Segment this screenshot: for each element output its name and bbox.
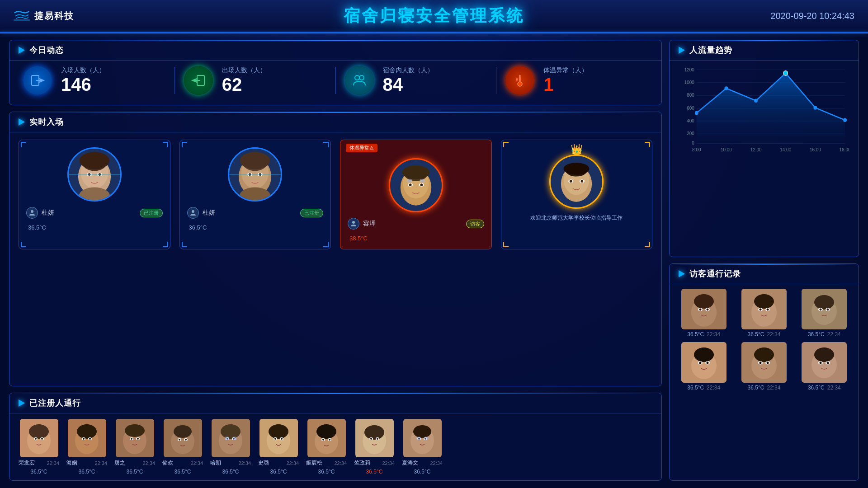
svg-point-163 (694, 347, 714, 362)
visitor-card-1: 36.5°C 22:34 (676, 289, 731, 338)
svg-text:12:00: 12:00 (750, 147, 762, 152)
visitor-avatar-1 (681, 289, 726, 329)
reg-name-2: 海娴 (66, 459, 77, 467)
visitor-info-6: 36.5°C 22:34 (808, 385, 841, 391)
svg-point-130 (754, 99, 758, 103)
today-stats-panel: 今日动态 入场人数（人） 146 (9, 40, 662, 105)
realtime-entry-panel: 实时入场 (9, 112, 662, 386)
visitor-time-4: 22:34 (707, 385, 720, 391)
visitor-info-5: 36.5°C 22:34 (748, 385, 781, 391)
reg-avatar-2 (68, 419, 106, 457)
svg-rect-112 (425, 437, 428, 440)
reg-person-7: 姬宸松 22:34 36.5°C (306, 419, 347, 475)
traffic-arrow-icon (679, 47, 685, 54)
svg-point-153 (766, 309, 769, 311)
logo: 捷易科技 (14, 9, 74, 22)
svg-text:10:00: 10:00 (721, 147, 732, 152)
entry-card-1[interactable]: 杜妍 已注册 36.5°C (19, 140, 170, 249)
svg-point-20 (240, 152, 270, 169)
visitor-card-3: 36.5°C 22:34 (797, 289, 852, 338)
reg-name-7: 姬宸松 (306, 459, 322, 467)
reg-name-3: 唐之 (114, 459, 125, 467)
svg-point-55 (77, 424, 97, 439)
svg-point-73 (185, 439, 187, 441)
reg-time-8: 22:34 (382, 460, 395, 466)
visitor-avatar-5 (741, 342, 787, 383)
visitor-temp-3: 36.5°C (808, 331, 825, 338)
svg-text:8:00: 8:00 (692, 147, 701, 152)
reg-person-4: 储欢 22:34 36.5°C (162, 419, 203, 475)
svg-point-52 (41, 438, 43, 440)
svg-text:800: 800 (687, 93, 694, 98)
reg-time-5: 22:34 (238, 460, 251, 466)
today-stats-header: 今日动态 (9, 40, 661, 61)
svg-point-133 (843, 118, 847, 122)
stats-row: 入场人数（人） 146 (9, 61, 661, 100)
reg-temp-7: 36.5°C (318, 469, 335, 475)
visitor-card-4: 36.5°C 22:34 (676, 342, 731, 391)
stat-item-entry: 入场人数（人） 146 (23, 66, 165, 95)
visitor-temp-2: 36.5°C (748, 331, 764, 338)
entry-card-4[interactable]: 👑 (501, 140, 653, 249)
indoor-label: 宿舍内人数（人） (383, 66, 434, 75)
today-stats-title: 今日动态 (29, 45, 64, 56)
entry-cards: 杜妍 已注册 36.5°C (9, 132, 661, 257)
svg-point-30 (402, 165, 429, 179)
visitor-card-6: 36.5°C 22:34 (797, 342, 852, 391)
visitor-avatar-2 (741, 289, 787, 329)
reg-name-8: 竺政莉 (354, 459, 370, 467)
visitor-title: 访客通行记录 (689, 268, 741, 279)
visitor-temp-6: 36.5°C (808, 385, 825, 391)
svg-point-45 (581, 180, 584, 183)
traffic-header: 人流量趋势 (670, 40, 859, 61)
reg-avatar-5 (212, 419, 250, 457)
reg-temp-1: 36.5°C (31, 469, 47, 475)
svg-point-174 (766, 362, 769, 364)
reg-name-9: 夏涛文 (402, 459, 418, 467)
visitor-time-2: 22:34 (767, 331, 780, 338)
right-column: 人流量趋势 1200 1000 8 (669, 40, 859, 481)
realtime-entry-header: 实时入场 (9, 112, 661, 132)
reg-time-6: 22:34 (286, 460, 299, 466)
entry-avatar-2 (228, 147, 282, 202)
reg-time-1: 22:34 (47, 460, 59, 466)
entry-temp-2: 36.5°C (187, 224, 324, 231)
svg-point-62 (125, 424, 145, 437)
exit-label: 出场人数（人） (222, 66, 266, 75)
reg-temp-4: 36.5°C (175, 469, 191, 475)
reg-temp-6: 36.5°C (270, 469, 287, 475)
svg-point-37 (352, 221, 355, 224)
reg-time-3: 22:34 (142, 460, 155, 466)
header-title: 宿舍归寝安全管理系统 (344, 5, 524, 27)
svg-point-85 (269, 424, 288, 439)
entry-card-3[interactable]: 体温异常⚠ (340, 140, 492, 249)
reg-temp-3: 36.5°C (127, 469, 143, 475)
visitor-panel: 访客通行记录 (669, 263, 859, 481)
svg-point-102 (370, 438, 372, 440)
traffic-chart: 1200 1000 800 600 400 200 0 (679, 65, 849, 160)
svg-point-69 (174, 425, 192, 438)
entry-mini-avatar-3 (348, 218, 359, 230)
reg-name-row-7: 姬宸松 22:34 (306, 459, 347, 467)
reg-name-row-2: 海娴 22:34 (66, 459, 107, 467)
entry-avatar-3 (389, 158, 443, 212)
stat-divider-3 (496, 67, 496, 94)
visitor-temp-4: 36.5°C (687, 385, 704, 391)
entry-mini-avatar-2 (187, 207, 199, 219)
entry-temp-3: 38.5°C (348, 235, 484, 242)
svg-point-128 (695, 111, 698, 115)
svg-text:600: 600 (687, 105, 694, 110)
svg-point-177 (814, 347, 834, 362)
svg-text:1000: 1000 (684, 80, 694, 85)
svg-point-149 (754, 294, 774, 309)
entry-label: 入场人数（人） (61, 66, 105, 75)
reg-name-row-6: 史璐 22:34 (258, 459, 299, 467)
svg-point-152 (759, 309, 761, 311)
entry-card-2[interactable]: 杜妍 已注册 36.5°C (179, 140, 331, 249)
svg-point-65 (131, 438, 132, 440)
svg-point-129 (724, 86, 728, 90)
svg-point-132 (813, 106, 817, 109)
vip-text: 欢迎北京师范大学李校长位临指导工作 (530, 214, 623, 222)
reg-name-row-9: 夏涛文 22:34 (402, 459, 443, 467)
reg-time-2: 22:34 (94, 460, 107, 466)
